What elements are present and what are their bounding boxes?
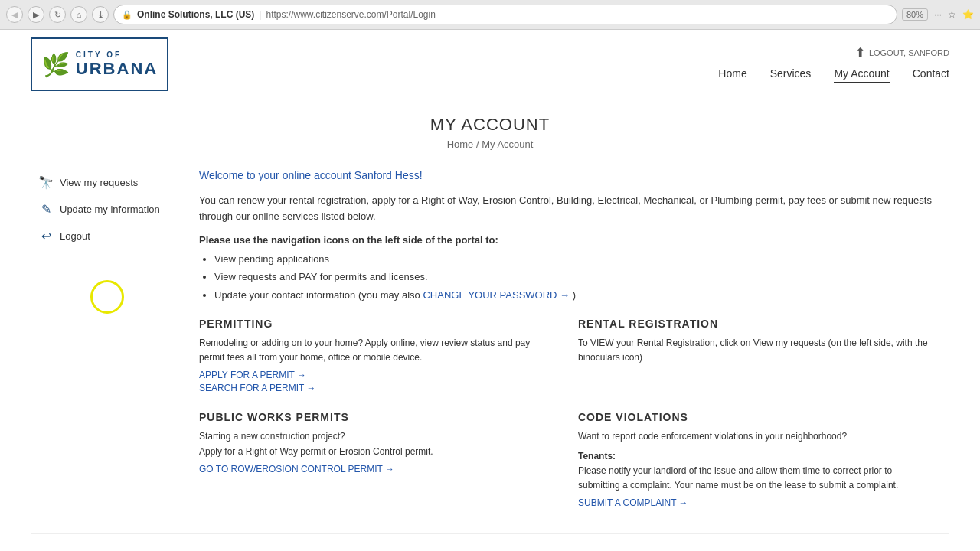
- page-title-section: MY ACCOUNT Home / My Account: [31, 115, 949, 150]
- more-button[interactable]: ···: [934, 9, 942, 20]
- submit-complaint-link[interactable]: SUBMIT A COMPLAINT →: [578, 497, 934, 508]
- tenants-label: Tenants:: [578, 451, 616, 461]
- browser-toolbar: ◀ ▶ ↻ ⌂ ⤓ 🔒 Online Solutions, LLC (US) |…: [0, 0, 980, 29]
- url-text: https://www.citizenserve.com/Portal/Logi…: [266, 9, 435, 20]
- code-violations-body: Want to report code enforcement violatio…: [578, 429, 934, 444]
- logo-leaf-icon: 🌿: [41, 51, 70, 78]
- change-password-link[interactable]: CHANGE YOUR PASSWORD →: [423, 289, 570, 301]
- back-button[interactable]: ◀: [6, 6, 23, 23]
- search-for-permit-link[interactable]: SEARCH FOR A PERMIT →: [199, 383, 555, 393]
- sidebar-label-view-requests: View my requests: [60, 177, 138, 188]
- home-button[interactable]: ⌂: [70, 6, 87, 23]
- page-footer: Sign up for Urbana's e-Newsletter to get…: [31, 533, 949, 551]
- sidebar-item-view-requests[interactable]: 🔭 View my requests: [31, 169, 184, 196]
- nav-contact[interactable]: Contact: [913, 67, 949, 83]
- logo-urbana: URBANA: [76, 59, 158, 79]
- address-bar[interactable]: 🔒 Online Solutions, LLC (US) | https://w…: [113, 5, 897, 24]
- zoom-level[interactable]: 80%: [902, 8, 928, 21]
- logout-label: LOGOUT, SANFORD: [869, 48, 949, 57]
- section-permitting: PERMITTING Remodeling or adding on to yo…: [199, 318, 555, 396]
- page-wrapper: 🌿 CITY OF URBANA ⬆ LOGOUT, SANFORD Home …: [0, 30, 980, 551]
- nav-home[interactable]: Home: [718, 67, 746, 83]
- sidebar-item-update-info[interactable]: ✎ Update my information: [31, 196, 184, 223]
- browser-chrome: ◀ ▶ ↻ ⌂ ⤓ 🔒 Online Solutions, LLC (US) |…: [0, 0, 980, 30]
- browser-actions: 80% ··· ☆ ⭐: [902, 8, 974, 21]
- star-icon[interactable]: ⭐: [962, 9, 974, 20]
- sidebar-label-logout: Logout: [60, 230, 90, 242]
- public-works-body: Starting a new construction project? App…: [199, 429, 555, 458]
- bullet-item: View pending applications: [214, 252, 934, 267]
- code-violations-title: CODE VIOLATIONS: [578, 411, 934, 423]
- breadcrumb: Home / My Account: [31, 139, 949, 150]
- tenants-label-text: Tenants: Please notify your landlord of …: [578, 449, 934, 494]
- nav-menu: Home Services My Account Contact: [718, 67, 949, 83]
- permitting-body: Remodeling or adding on to your home? Ap…: [199, 336, 555, 365]
- page-title: MY ACCOUNT: [31, 115, 949, 135]
- edit-icon: ✎: [38, 202, 54, 217]
- permitting-title: PERMITTING: [199, 318, 555, 330]
- logout-sidebar-icon: ↩: [38, 229, 54, 243]
- header-right: ⬆ LOGOUT, SANFORD Home Services My Accou…: [718, 45, 949, 83]
- tenants-body: Please notify your landlord of the issue…: [578, 465, 898, 491]
- sections-grid: PERMITTING Remodeling or adding on to yo…: [199, 318, 934, 510]
- section-rental-registration: RENTAL REGISTRATION To VIEW your Rental …: [578, 318, 934, 396]
- logo-city-of: CITY OF: [76, 51, 158, 59]
- sidebar: 🔭 View my requests ✎ Update my informati…: [31, 161, 184, 518]
- main-area: Welcome to your online account Sanford H…: [184, 161, 949, 518]
- site-header: 🌿 CITY OF URBANA ⬆ LOGOUT, SANFORD Home …: [0, 30, 980, 99]
- lock-icon: 🔒: [122, 10, 132, 20]
- nav-services[interactable]: Services: [770, 67, 812, 83]
- content-layout: 🔭 View my requests ✎ Update my informati…: [31, 161, 949, 518]
- sidebar-label-update-info: Update my information: [60, 204, 160, 215]
- logo-text-area: CITY OF URBANA: [76, 51, 158, 79]
- loading-spinner: [90, 280, 124, 314]
- public-works-title: PUBLIC WORKS PERMITS: [199, 411, 555, 423]
- refresh-button[interactable]: ↻: [49, 6, 66, 23]
- reading-list-icon[interactable]: ☆: [948, 9, 956, 20]
- section-code-violations: CODE VIOLATIONS Want to report code enfo…: [578, 411, 934, 510]
- bullet-list: View pending applications View requests …: [214, 252, 934, 303]
- apply-for-permit-link[interactable]: APPLY FOR A PERMIT →: [199, 370, 555, 380]
- rental-body: To VIEW your Rental Registration, click …: [578, 336, 934, 365]
- bookmark-button[interactable]: ⤓: [92, 6, 109, 23]
- bullet-item: View requests and PAY for permits and li…: [214, 269, 934, 285]
- spinner-area: [31, 249, 184, 344]
- section-public-works: PUBLIC WORKS PERMITS Starting a new cons…: [199, 411, 555, 510]
- logo-area: 🌿 CITY OF URBANA: [31, 37, 168, 91]
- rental-title: RENTAL REGISTRATION: [578, 318, 934, 330]
- nav-my-account[interactable]: My Account: [834, 67, 889, 83]
- sidebar-item-logout[interactable]: ↩ Logout: [31, 223, 184, 249]
- logout-area[interactable]: ⬆ LOGOUT, SANFORD: [855, 45, 949, 60]
- forward-button[interactable]: ▶: [28, 6, 44, 23]
- intro-text: You can renew your rental registration, …: [199, 193, 934, 225]
- logout-icon: ⬆: [855, 45, 865, 60]
- go-to-row-link[interactable]: GO TO ROW/EROSION CONTROL PERMIT →: [199, 464, 555, 474]
- nav-instructions: Please use the navigation icons on the l…: [199, 234, 934, 246]
- binoculars-icon: 🔭: [38, 175, 54, 190]
- bullet-item: Update your contact information (you may…: [214, 288, 934, 303]
- logo-box: 🌿 CITY OF URBANA: [31, 37, 168, 91]
- welcome-text: Welcome to your online account Sanford H…: [199, 169, 934, 181]
- main-content: MY ACCOUNT Home / My Account 🔭 View my r…: [0, 99, 980, 551]
- site-name: Online Solutions, LLC (US): [137, 9, 254, 20]
